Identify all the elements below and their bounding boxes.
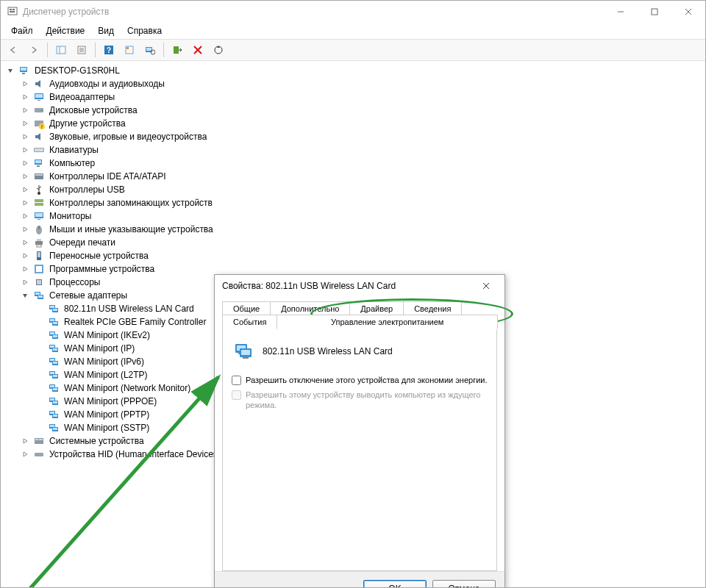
svg-rect-114 xyxy=(241,350,250,355)
expand-icon[interactable] xyxy=(35,423,45,433)
tree-category[interactable]: Дисковые устройства xyxy=(20,104,705,117)
svg-point-32 xyxy=(41,110,43,111)
action-button[interactable] xyxy=(120,40,139,60)
expand-icon[interactable] xyxy=(20,171,30,182)
expand-icon[interactable] xyxy=(35,304,45,314)
expand-icon[interactable] xyxy=(20,105,30,115)
tree-category[interactable]: Переносные устройства xyxy=(20,249,705,262)
disable-device-button[interactable] xyxy=(188,40,207,60)
tree-category[interactable]: Компьютер xyxy=(20,157,705,170)
tree-category[interactable]: Клавиатуры xyxy=(20,143,705,157)
expand-icon[interactable] xyxy=(35,317,45,327)
warn-icon: ! xyxy=(33,118,45,129)
tab-advanced[interactable]: Дополнительно xyxy=(270,301,350,315)
minimize-button[interactable] xyxy=(604,1,638,23)
menu-view[interactable]: Вид xyxy=(92,24,120,37)
pc-icon xyxy=(18,65,30,76)
tab-power-management[interactable]: Управление электропитанием xyxy=(277,315,498,329)
net-icon xyxy=(48,382,60,394)
scan-hardware-button[interactable] xyxy=(140,40,160,60)
svg-rect-3 xyxy=(10,11,15,12)
expand-icon[interactable] xyxy=(35,330,45,340)
forward-button[interactable] xyxy=(24,40,43,60)
svg-rect-91 xyxy=(53,388,57,390)
expand-icon[interactable] xyxy=(35,409,45,420)
expand-icon[interactable] xyxy=(20,198,30,208)
tree-item-label: WAN Miniport (IP) xyxy=(63,343,136,354)
tree-category[interactable]: Контроллеры запоминающих устройств xyxy=(20,196,705,209)
menu-help[interactable]: Справка xyxy=(121,24,168,37)
enable-device-button[interactable] xyxy=(168,40,187,60)
expand-icon[interactable] xyxy=(35,356,45,367)
properties-button[interactable] xyxy=(72,40,91,60)
expand-icon[interactable] xyxy=(20,132,30,142)
tab-driver[interactable]: Драйвер xyxy=(349,301,404,315)
expand-icon[interactable] xyxy=(20,277,30,287)
svg-rect-75 xyxy=(53,335,57,337)
expand-icon[interactable] xyxy=(35,383,45,393)
tree-item-label: Другие устройства xyxy=(48,118,127,129)
svg-rect-87 xyxy=(53,375,57,377)
expand-icon[interactable] xyxy=(20,224,30,234)
tree-category[interactable]: Очереди печати xyxy=(20,236,705,249)
tree-category[interactable]: ! Другие устройства xyxy=(20,117,705,130)
cpu-icon xyxy=(33,276,45,288)
svg-text:?: ? xyxy=(107,46,111,54)
allow-turn-off-checkbox[interactable] xyxy=(232,376,241,385)
tree-category[interactable]: Аудиовходы и аудиовыходы xyxy=(20,77,705,90)
tree-category[interactable]: Мониторы xyxy=(20,209,705,223)
back-button[interactable] xyxy=(4,40,23,60)
svg-rect-79 xyxy=(53,348,57,351)
allow-turn-off-row[interactable]: Разрешить отключение этого устройства дл… xyxy=(232,375,488,385)
dialog-device-name: 802.11n USB Wireless LAN Card xyxy=(263,346,393,356)
tree-category[interactable]: Мыши и иные указывающие устройства xyxy=(20,223,705,236)
expand-icon[interactable] xyxy=(20,158,30,168)
tab-details[interactable]: Сведения xyxy=(403,301,462,315)
tree-item-label: Процессоры xyxy=(48,277,102,287)
svg-rect-21 xyxy=(174,46,179,54)
tab-events[interactable]: События xyxy=(222,315,277,329)
tree-category[interactable]: Видеоадаптеры xyxy=(20,90,705,104)
expand-icon[interactable] xyxy=(20,79,30,89)
tree-category[interactable]: Контроллеры USB xyxy=(20,183,705,196)
svg-rect-19 xyxy=(146,48,151,51)
menu-file[interactable]: Файл xyxy=(5,24,39,37)
expand-icon[interactable] xyxy=(20,118,30,129)
menu-action[interactable]: Действие xyxy=(40,24,91,37)
network-adapter-icon xyxy=(232,340,255,363)
tab-general[interactable]: Общие xyxy=(222,301,271,315)
tree-root-node[interactable]: DESKTOP-G1SR0HL xyxy=(5,64,705,77)
expand-icon[interactable] xyxy=(20,290,30,301)
update-driver-button[interactable] xyxy=(209,40,228,60)
cancel-button[interactable]: Отмена xyxy=(432,580,496,587)
expand-icon[interactable] xyxy=(20,449,30,459)
expand-icon[interactable] xyxy=(20,436,30,446)
svg-rect-97 xyxy=(50,412,54,414)
net-icon xyxy=(48,303,60,315)
expand-icon[interactable] xyxy=(20,145,30,155)
dialog-close-button[interactable] xyxy=(475,275,497,297)
help-button[interactable]: ? xyxy=(99,40,118,60)
expand-icon[interactable] xyxy=(20,184,30,195)
expand-icon[interactable] xyxy=(35,370,45,380)
expand-icon[interactable] xyxy=(20,92,30,102)
svg-rect-59 xyxy=(37,280,41,284)
expand-icon[interactable] xyxy=(20,211,30,221)
maximize-button[interactable] xyxy=(638,1,671,23)
expand-icon[interactable] xyxy=(35,343,45,354)
show-hide-tree-button[interactable] xyxy=(51,40,71,60)
ok-button[interactable]: OK xyxy=(363,580,427,587)
svg-rect-8 xyxy=(57,46,65,54)
svg-rect-45 xyxy=(35,203,43,206)
close-button[interactable] xyxy=(671,1,705,23)
svg-rect-2 xyxy=(13,9,15,10)
mouse-icon xyxy=(33,223,45,235)
expand-icon[interactable] xyxy=(5,65,15,76)
tree-category[interactable]: Звуковые, игровые и видеоустройства xyxy=(20,130,705,143)
expand-icon[interactable] xyxy=(35,396,45,406)
expand-icon[interactable] xyxy=(20,237,30,248)
svg-rect-63 xyxy=(38,295,43,298)
expand-icon[interactable] xyxy=(20,251,30,261)
tree-category[interactable]: Контроллеры IDE ATA/ATAPI xyxy=(20,170,705,183)
expand-icon[interactable] xyxy=(20,264,30,274)
